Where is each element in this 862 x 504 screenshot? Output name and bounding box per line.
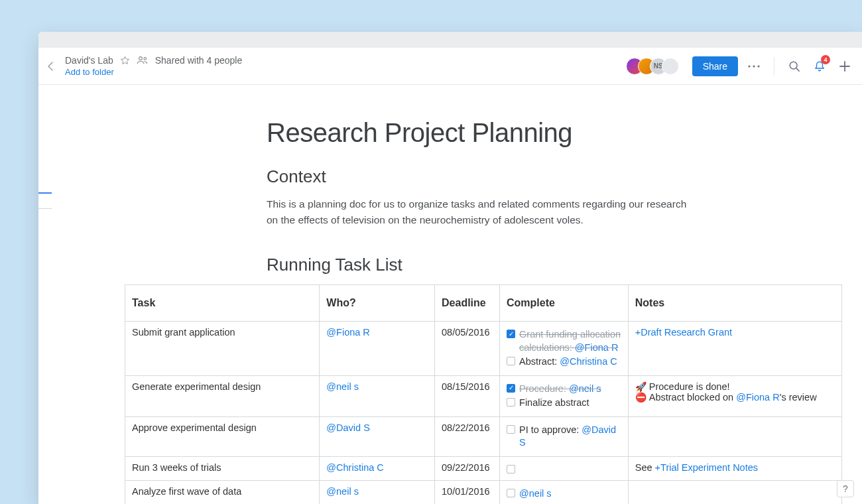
cell-complete[interactable]: Procedure: @neil sFinalize abstract <box>500 375 629 416</box>
mention[interactable]: @neil s <box>326 381 359 392</box>
cell-notes[interactable] <box>628 480 841 504</box>
mention[interactable]: @neil s <box>519 488 552 499</box>
checkbox-label[interactable]: Procedure: @neil s <box>519 383 601 396</box>
document-body: Research Project Planning Context This i… <box>38 85 862 504</box>
mention[interactable]: @Fiona R <box>575 342 619 353</box>
ellipsis-icon <box>748 65 760 68</box>
checkbox[interactable] <box>507 425 515 434</box>
window-tabs-bar <box>38 32 862 48</box>
add-to-folder-link[interactable]: Add to folder <box>65 67 242 77</box>
people-icon <box>137 56 149 65</box>
outline-item-indicator[interactable] <box>38 208 52 209</box>
help-button[interactable]: ? <box>837 480 854 497</box>
note-line[interactable]: See +Trial Experiment Notes <box>635 462 835 473</box>
checkbox-label[interactable]: @neil s <box>519 487 552 501</box>
cell-deadline[interactable]: 08/22/2016 <box>435 416 500 456</box>
checkbox[interactable] <box>507 330 515 338</box>
document-window: David's Lab Shared with 4 people Add to … <box>38 32 862 504</box>
avatar[interactable] <box>662 58 679 75</box>
document-title[interactable]: Research Project Planning <box>267 118 816 148</box>
cell-who[interactable]: @Christina C <box>320 456 435 480</box>
cell-notes[interactable]: See +Trial Experiment Notes <box>628 456 841 480</box>
column-header-who[interactable]: Who? <box>320 285 435 322</box>
shared-with-label[interactable]: Shared with 4 people <box>155 55 243 66</box>
svg-point-5 <box>790 62 797 69</box>
checkbox[interactable] <box>507 489 515 497</box>
column-header-deadline[interactable]: Deadline <box>435 285 500 322</box>
search-icon <box>788 60 800 72</box>
cell-task[interactable]: Approve experimental design <box>125 416 320 456</box>
cell-notes[interactable]: 🚀Procedure is done!⛔Abstract blocked on … <box>628 375 841 416</box>
cell-deadline[interactable]: 08/15/2016 <box>435 375 500 416</box>
mention[interactable]: @Christina C <box>326 462 383 473</box>
checkbox[interactable] <box>507 384 515 393</box>
task-table: Task Who? Deadline Complete Notes Submit… <box>125 284 842 504</box>
mention[interactable]: @Fiona R <box>326 327 370 338</box>
mention[interactable]: @Fiona R <box>736 392 780 403</box>
table-row: Run 3 weeks of trials@Christina C09/22/2… <box>125 456 842 480</box>
table-row: Analyze first wave of data@neil s10/01/2… <box>125 480 842 504</box>
document-link[interactable]: +Trial Experiment Notes <box>655 462 758 473</box>
outline-sidebar-stub <box>38 178 52 209</box>
outline-current-indicator[interactable] <box>38 192 52 194</box>
document-link[interactable]: +Draft Research Grant <box>635 327 732 338</box>
cell-deadline[interactable]: 08/05/2016 <box>435 322 500 376</box>
cell-deadline[interactable]: 09/22/2016 <box>435 456 500 480</box>
column-header-complete[interactable]: Complete <box>500 285 629 322</box>
cell-task[interactable]: Submit grant application <box>125 322 320 376</box>
create-button[interactable] <box>835 57 854 76</box>
context-paragraph[interactable]: This is a planning doc for us to organiz… <box>267 196 691 228</box>
back-button[interactable] <box>42 58 58 74</box>
note-line[interactable]: 🚀Procedure is done! <box>635 381 835 392</box>
section-heading-context[interactable]: Context <box>267 166 816 187</box>
star-icon[interactable] <box>120 56 130 66</box>
emoji-icon: ⛔ <box>635 392 646 403</box>
column-header-task[interactable]: Task <box>125 285 320 322</box>
cell-complete[interactable]: PI to approve: @David S <box>500 416 629 456</box>
cell-task[interactable]: Run 3 weeks of trials <box>125 456 320 480</box>
cell-who[interactable]: @Fiona R <box>320 322 435 376</box>
table-row: Submit grant application@Fiona R08/05/20… <box>125 322 842 376</box>
checkbox-label[interactable]: Grant funding allocation calculations: @… <box>519 328 621 354</box>
notification-count-badge: 4 <box>821 55 830 64</box>
svg-point-2 <box>748 65 750 67</box>
section-heading-tasklist[interactable]: Running Task List <box>267 255 816 275</box>
search-button[interactable] <box>785 57 804 76</box>
mention[interactable]: @neil s <box>326 486 359 497</box>
note-line[interactable]: ⛔Abstract blocked on @Fiona R's review <box>635 392 835 403</box>
checkbox[interactable] <box>507 357 515 365</box>
cell-task[interactable]: Generate experimental design <box>125 375 320 416</box>
cell-who[interactable]: @David S <box>320 416 435 456</box>
checkbox-label[interactable]: Finalize abstract <box>519 397 589 410</box>
cell-who[interactable]: @neil s <box>320 375 435 416</box>
cell-complete[interactable]: @neil s <box>500 480 629 504</box>
svg-point-0 <box>139 57 142 60</box>
svg-point-4 <box>757 65 759 67</box>
cell-complete[interactable]: Grant funding allocation calculations: @… <box>500 322 629 376</box>
cell-notes[interactable] <box>628 416 841 456</box>
checkbox[interactable] <box>507 398 515 407</box>
cell-who[interactable]: @neil s <box>320 480 435 504</box>
share-button[interactable]: Share <box>692 56 738 76</box>
table-header-row: Task Who? Deadline Complete Notes <box>125 285 842 322</box>
svg-point-1 <box>144 58 147 60</box>
notifications-button[interactable]: 4 <box>810 57 829 76</box>
chevron-left-icon <box>48 62 54 71</box>
more-menu-button[interactable] <box>745 57 763 76</box>
collaborator-avatars[interactable]: NS <box>626 58 679 75</box>
checkbox[interactable] <box>507 465 515 473</box>
checkbox-label[interactable]: PI to approve: @David S <box>519 424 621 450</box>
cell-deadline[interactable]: 10/01/2016 <box>435 480 500 504</box>
cell-task[interactable]: Analyze first wave of data <box>125 480 320 504</box>
separator <box>774 57 774 76</box>
mention[interactable]: @David S <box>326 422 370 433</box>
column-header-notes[interactable]: Notes <box>628 285 841 322</box>
svg-point-3 <box>753 65 755 67</box>
cell-complete[interactable] <box>500 456 629 480</box>
mention[interactable]: @Christina C <box>560 356 617 367</box>
checkbox-label[interactable]: Abstract: @Christina C <box>519 355 617 369</box>
workspace-name[interactable]: David's Lab <box>65 55 113 66</box>
mention[interactable]: @neil s <box>569 383 601 394</box>
plus-icon <box>839 61 850 72</box>
cell-notes[interactable]: +Draft Research Grant <box>628 322 841 376</box>
